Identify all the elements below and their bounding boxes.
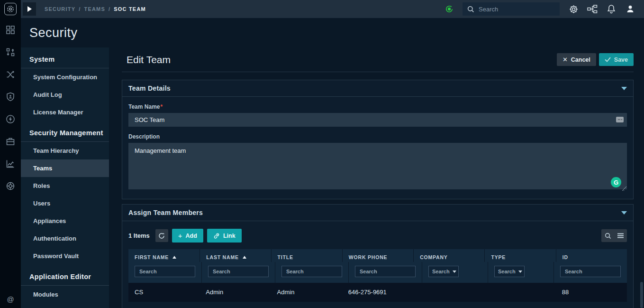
user-profile-icon[interactable] <box>625 4 635 14</box>
grammarly-icon[interactable]: G <box>611 177 621 187</box>
app-logo-icon <box>4 3 17 15</box>
sidebar-item-password-vault[interactable]: Password Vault <box>21 247 109 265</box>
settings-gear-icon[interactable] <box>568 4 579 14</box>
global-search <box>463 2 560 16</box>
sidebar-item-system-configuration[interactable]: System Configuration <box>21 68 109 86</box>
link-button[interactable]: Link <box>207 229 242 243</box>
table-header-row: FIRST NAMELAST NAMETITLEWORK PHONECOMPAN… <box>128 249 627 262</box>
plus-icon: + <box>178 232 182 240</box>
table-cell <box>484 283 555 302</box>
table-cell: CS <box>128 283 200 302</box>
column-header-last-name[interactable]: LAST NAME <box>200 249 271 262</box>
column-label: FIRST NAME <box>135 254 169 260</box>
description-textarea[interactable] <box>128 143 627 189</box>
main-content: Edit Team ✕ Cancel Save Team Details Tea… <box>109 47 644 308</box>
chart-line-icon[interactable] <box>5 159 16 169</box>
breadcrumb-item[interactable]: TEAMS <box>84 6 105 12</box>
save-button[interactable]: Save <box>599 53 634 66</box>
global-search-input[interactable] <box>479 6 550 13</box>
sidebar-section-heading: Security Management <box>21 121 109 141</box>
sidebar-item-team-hierarchy[interactable]: Team Hierarchy <box>21 142 109 159</box>
check-icon <box>605 57 611 62</box>
close-icon: ✕ <box>562 56 568 63</box>
filter-select-company[interactable]: Search <box>428 266 459 277</box>
icon-rail: @ <box>0 18 21 308</box>
filter-input-last-name[interactable] <box>208 266 269 277</box>
resize-handle[interactable] <box>622 186 626 191</box>
chevron-down-icon <box>453 271 456 273</box>
refresh-button[interactable] <box>155 229 168 242</box>
menu-icon <box>617 233 624 238</box>
dashboard-grid-icon[interactable] <box>5 25 16 35</box>
filter-input-id[interactable] <box>560 266 621 277</box>
table-cell: 646-275-9691 <box>342 283 413 302</box>
page-title-band: Security <box>21 18 644 47</box>
keyboard-autofill-icon[interactable] <box>616 117 624 122</box>
sidebar-item-appliances[interactable]: Appliances <box>21 212 109 230</box>
column-label: COMPANY <box>420 254 448 260</box>
scrollbar-thumb[interactable] <box>640 282 643 308</box>
sidebar-expand-button[interactable] <box>23 2 36 16</box>
power-bolt-icon[interactable] <box>5 114 16 124</box>
filter-select-label: Search <box>432 269 450 274</box>
sidebar-item-roles[interactable]: Roles <box>21 177 109 195</box>
sidebar-item-authentication[interactable]: Authentication <box>21 230 109 247</box>
notifications-bell-icon[interactable] <box>606 4 617 14</box>
add-button[interactable]: + Add <box>172 229 203 243</box>
filter-select-type[interactable]: Search <box>494 266 525 277</box>
sort-asc-icon <box>243 256 246 259</box>
app-logo[interactable] <box>0 0 21 18</box>
column-header-title[interactable]: TITLE <box>271 249 342 262</box>
sidebar-item-audit-log[interactable]: Audit Log <box>21 86 109 103</box>
column-label: LAST NAME <box>206 254 238 260</box>
filter-input-first-name[interactable] <box>135 266 195 277</box>
shuffle-icon[interactable] <box>5 69 16 80</box>
filter-input-title[interactable] <box>281 266 342 277</box>
column-header-type[interactable]: TYPE <box>484 249 555 262</box>
members-toolbar: 1 Items + Add Link <box>128 229 627 243</box>
sidebar: SystemSystem ConfigurationAudit LogLicen… <box>21 47 109 308</box>
sitemap-icon[interactable] <box>587 4 598 14</box>
add-button-label: Add <box>186 233 197 239</box>
link-icon <box>213 233 220 239</box>
column-header-id[interactable]: ID <box>556 249 627 262</box>
shield-user-icon[interactable] <box>5 92 16 102</box>
filter-input-work-phone[interactable] <box>355 266 416 277</box>
search-icon <box>605 233 611 239</box>
table-search-button[interactable] <box>601 229 614 242</box>
filter-cell <box>275 262 348 283</box>
column-header-first-name[interactable]: FIRST NAME <box>128 249 200 262</box>
breadcrumb-separator: / <box>109 6 110 12</box>
chevron-down-icon[interactable] <box>621 211 627 215</box>
edit-team-title: Edit Team <box>127 54 171 65</box>
column-header-company[interactable]: COMPANY <box>413 249 484 262</box>
workflow-sort-icon[interactable] <box>5 47 16 57</box>
column-label: TYPE <box>491 254 506 260</box>
sidebar-item-teams[interactable]: Teams <box>21 159 109 177</box>
scrollbar[interactable] <box>640 47 643 308</box>
assign-members-heading: Assign Team Members <box>128 209 203 216</box>
briefcase-icon[interactable] <box>5 136 16 147</box>
sidebar-item-modules[interactable]: Modules <box>21 286 109 303</box>
table-row[interactable]: CSAdminAdmin646-275-969188 <box>128 283 627 302</box>
breadcrumb-item[interactable]: SECURITY <box>45 6 75 12</box>
cancel-button[interactable]: ✕ Cancel <box>557 53 596 66</box>
at-sign-icon[interactable]: @ <box>0 295 21 303</box>
filter-cell <box>201 262 275 283</box>
health-status-icon[interactable] <box>444 4 454 14</box>
sidebar-item-license-manager[interactable]: License Manager <box>21 103 109 121</box>
sidebar-section-heading: System <box>21 47 109 68</box>
search-icon <box>467 6 474 13</box>
team-details-header[interactable]: Team Details <box>122 80 633 97</box>
required-asterisk: * <box>160 103 163 110</box>
assign-members-header[interactable]: Assign Team Members <box>122 205 633 221</box>
link-button-label: Link <box>223 233 236 239</box>
breadcrumb-item[interactable]: SOC TEAM <box>114 6 146 12</box>
team-name-input[interactable] <box>128 113 627 127</box>
sidebar-item-users[interactable]: Users <box>21 195 109 212</box>
table-cell: 88 <box>556 283 627 302</box>
table-menu-button[interactable] <box>614 229 627 242</box>
column-header-work-phone[interactable]: WORK PHONE <box>342 249 413 262</box>
settings-wheel-icon[interactable] <box>5 181 16 191</box>
chevron-down-icon[interactable] <box>621 87 627 90</box>
